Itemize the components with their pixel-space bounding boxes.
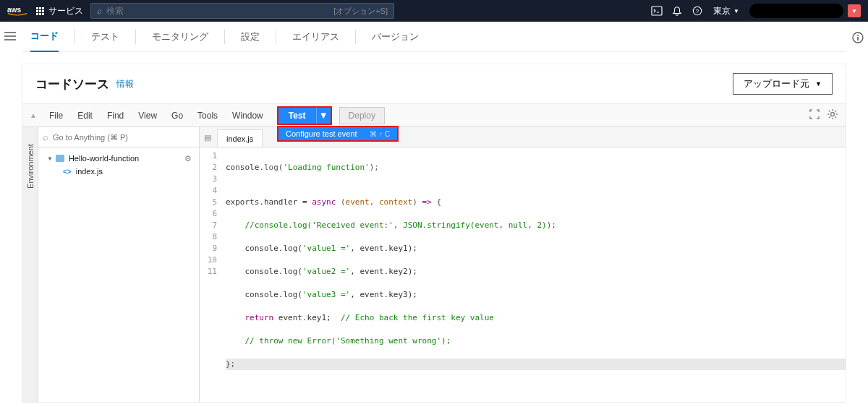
notifications-icon[interactable] [667, 1, 687, 21]
help-icon[interactable]: ? [687, 1, 707, 21]
grid-icon [36, 7, 44, 15]
region-selector[interactable]: 東京 ▼ [713, 5, 739, 17]
tab-code[interactable]: コード [30, 22, 59, 22]
search-icon: ⌕ [97, 6, 102, 16]
search-input[interactable] [106, 6, 333, 16]
tab-config[interactable]: 設定 [241, 22, 260, 22]
svg-text:aws: aws [7, 6, 21, 14]
svg-text:?: ? [696, 8, 699, 14]
account-menu[interactable] [749, 4, 843, 18]
chevron-down-icon: ▼ [733, 8, 739, 14]
cloudshell-icon[interactable] [647, 1, 667, 21]
search-box[interactable]: ⌕ [オプション+S] [90, 3, 394, 19]
services-label: サービス [48, 5, 83, 17]
aws-logo[interactable]: aws [7, 4, 27, 18]
tab-monitoring[interactable]: モニタリング [152, 22, 208, 22]
svg-rect-1 [652, 7, 662, 15]
account-caret[interactable]: ▼ [848, 4, 861, 17]
search-hint: [オプション+S] [333, 6, 388, 17]
tab-alias[interactable]: エイリアス [292, 22, 339, 22]
tab-version[interactable]: バージョン [372, 22, 419, 22]
region-label: 東京 [713, 5, 731, 17]
tab-test[interactable]: テスト [91, 22, 119, 22]
services-menu-button[interactable]: サービス [36, 5, 83, 17]
aws-header: aws サービス ⌕ [オプション+S] ? 東京 ▼ ▼ [0, 0, 868, 22]
